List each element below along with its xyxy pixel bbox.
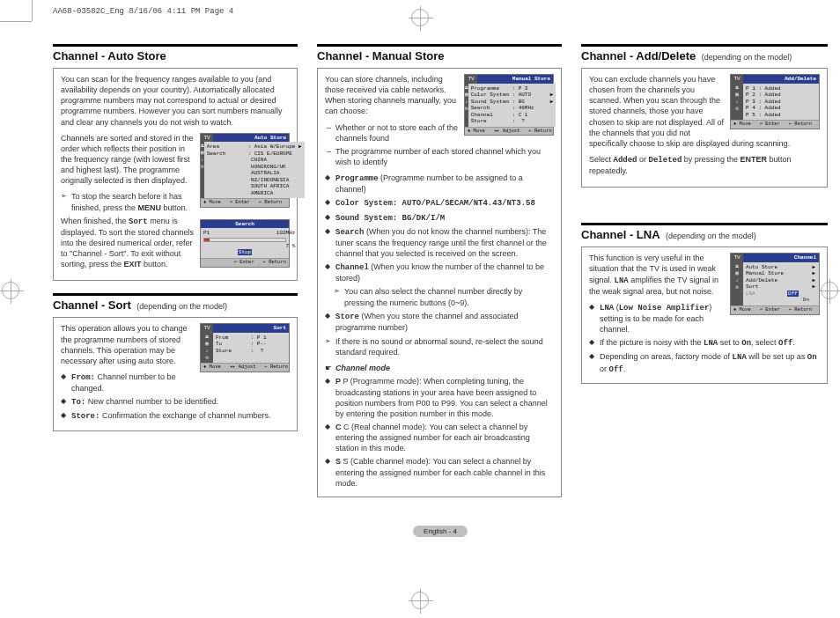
sound-icon: ♪	[735, 278, 739, 283]
list-item: Depending on areas, factory mode of LNA …	[589, 351, 820, 374]
list-item: S S (Cable channel mode): You can select…	[325, 456, 554, 488]
osd-search-progress: Search P1 102MHz 7 % Stop ⏎ Enter ⇐ Retu…	[200, 219, 290, 268]
section-title: Channel - Add/Delete	[581, 49, 696, 63]
osd-tv-label: TV	[731, 75, 743, 84]
list-item: Channel (When you know the number of the…	[325, 261, 554, 283]
osd-title: Channel	[743, 254, 819, 262]
setup-icon: ⚙	[735, 285, 739, 291]
osd-row: Search : 46MHz	[471, 105, 554, 112]
list-item: Programme (Programme number to be assign…	[325, 173, 554, 195]
osd-row: Sound System : BG ▶	[471, 99, 554, 106]
osd-title: Add/Delete	[743, 75, 819, 84]
registration-mark	[2, 282, 19, 299]
osd-tv-label: TV	[201, 134, 213, 143]
antenna-icon: ⏏	[205, 335, 209, 340]
section-manual-store: Channel - Manual Store TV Manual Store ⏏…	[317, 44, 562, 497]
list-item: From: Channel number to be changed.	[61, 372, 290, 394]
osd-icon-strip: ⏏ ▦ ♪ ⚙	[731, 262, 743, 305]
list-item: Store (When you store the channel and as…	[325, 311, 554, 333]
list-item: Store: Confirmation the exchange of chan…	[61, 410, 290, 422]
section-subtitle: (depending on the model)	[702, 53, 792, 62]
osd-title: Search	[201, 220, 289, 229]
osd-title: Manual Store	[477, 75, 553, 84]
osd-nav: ♦ Move ⏎ Enter ⇐ Return	[731, 120, 819, 129]
list-item: Search (When you do not know the channel…	[325, 226, 554, 259]
osd-row: Search : CIS E/EUROPE	[207, 151, 292, 157]
setup-icon: ⚙	[735, 107, 739, 112]
page-footer: English - 4	[53, 526, 828, 537]
osd-row: Sort ▶	[746, 283, 816, 291]
channel-mode-heading: Channel mode	[325, 363, 554, 373]
picture-icon: ▦	[735, 92, 739, 98]
list-item: If the picture is noisy with the LNA set…	[589, 337, 820, 349]
osd-nav: ⏎ Enter ⇐ Return	[201, 258, 289, 267]
list-item: Whether or not to store each of the chan…	[325, 122, 554, 143]
section-title: Channel - Auto Store	[53, 49, 166, 63]
print-header: AA68-03582C_Eng 8/16/06 4:11 PM Page 4	[53, 7, 233, 16]
osd-row: Programme : P 3	[471, 85, 554, 92]
osd-row: Manual Store ▶	[746, 270, 816, 277]
osd-row: Area : Asia W/Europe ▶	[207, 143, 302, 150]
list-item: C C (Real channel mode): You can select …	[325, 422, 554, 453]
osd-nav: ♦ Move ◂▸ Adjust ⇐ Return	[201, 363, 289, 372]
osd-row: From : P 1	[216, 335, 286, 342]
section-subtitle: (depending on the model)	[666, 232, 756, 240]
list-item: To: New channel number to be identified.	[61, 396, 290, 408]
osd-row: AUSTRALIA	[207, 170, 280, 176]
list-item: Sound System: BG/DK/I/M	[325, 212, 554, 224]
list-item: If there is no sound or abnormal sound, …	[325, 336, 554, 357]
setup-icon: ⚙	[205, 356, 209, 361]
osd-row: P 4 : Added	[746, 105, 816, 112]
osd-row: HONGKONG/UK	[207, 164, 286, 170]
stop-button-osd: Stop	[238, 249, 252, 255]
progress-bar	[203, 238, 286, 242]
sound-icon: ♪	[205, 349, 209, 354]
osd-row: Color System : AUTO ▶	[471, 92, 554, 99]
list-item: P P (Programme mode): When completing tu…	[325, 376, 554, 419]
section-sort: Channel - Sort (depending on the model) …	[53, 293, 298, 430]
osd-row: NZ/INDONESIA	[207, 177, 290, 183]
page-number-pill: English - 4	[413, 526, 468, 537]
list-item: To stop the search before it has finishe…	[61, 191, 290, 212]
osd-row: P1 102MHz	[203, 230, 286, 237]
osd-row: P 2 : Added	[746, 92, 816, 99]
osd-row: P 5 : Added	[746, 112, 816, 119]
body-text: You can scan for the frequency ranges av…	[61, 74, 290, 128]
list-item: The programme number of each stored chan…	[325, 146, 554, 167]
osd-row: Store : ?	[216, 348, 286, 355]
text: button.	[161, 203, 188, 212]
antenna-icon: ⏏	[735, 264, 739, 269]
section-title: Channel - LNA	[581, 228, 660, 241]
osd-tv-label: TV	[465, 75, 477, 84]
crop-mark	[0, 21, 32, 22]
section-title: Channel - Manual Store	[317, 49, 444, 63]
osd-icon-strip: ⏏ ▦ ♪ ⚙	[731, 84, 743, 121]
osd-row: To : P--	[216, 341, 286, 348]
osd-tv-label: TV	[201, 324, 213, 333]
text: MENU	[138, 203, 162, 212]
osd-row: P 3 : Added	[746, 99, 816, 106]
osd-title: Sort	[213, 324, 289, 333]
list-item: You can also select the channel number d…	[334, 286, 554, 307]
registration-mark	[411, 592, 429, 609]
crop-mark	[32, 0, 33, 21]
section-add-delete: Channel - Add/Delete (depending on the m…	[581, 44, 828, 188]
osd-row: CHINA	[207, 157, 267, 163]
osd-row: LNA Off	[746, 291, 816, 298]
picture-icon: ▦	[735, 271, 739, 276]
osd-row: Channel : C 1	[471, 112, 554, 119]
osd-row: Add/Delete ▶	[746, 277, 816, 284]
osd-row: 7 %	[203, 243, 286, 250]
section-subtitle: (depending on the model)	[136, 302, 227, 311]
body-text: Select Added or Deleted by pressing the …	[589, 154, 820, 176]
list-item: Color System: AUTO/PAL/SECAM/NT4.43/NT3.…	[325, 197, 554, 209]
section-auto-store: Channel - Auto Store You can scan for th…	[53, 44, 298, 281]
osd-row: SOUTH AFRICA	[207, 183, 290, 189]
osd-row: Auto Store ▶	[746, 264, 816, 271]
osd-tv-label: TV	[731, 254, 743, 262]
osd-title: Auto Store	[213, 134, 289, 143]
osd-add-delete: TV Add/Delete ⏏ ▦ ♪ ⚙ P 1 : Added P 2 : …	[730, 74, 820, 129]
registration-mark	[411, 9, 429, 26]
page-content: Channel - Auto Store You can scan for th…	[53, 44, 828, 537]
section-title: Channel - Sort	[53, 298, 131, 312]
